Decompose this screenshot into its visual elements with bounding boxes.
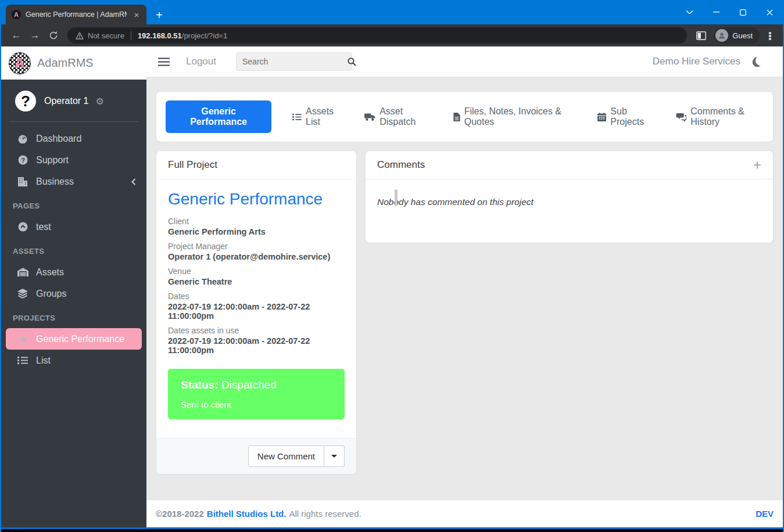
sidebar-item-dashboard[interactable]: Dashboard: [6, 128, 142, 149]
warning-icon: [76, 32, 84, 39]
scrollbar-thumb[interactable]: [395, 189, 398, 206]
help-icon: ?: [16, 155, 29, 165]
sidebar: A AdamRMS ? Operator 1 ⚙ Dashboard ?: [1, 46, 146, 527]
brand-header[interactable]: A AdamRMS: [1, 46, 146, 80]
tab-sub-projects[interactable]: Sub Projects: [597, 106, 655, 127]
layers-icon: [16, 289, 29, 299]
tab-title: Generic Performance | AdamRMS: [26, 10, 127, 19]
comments-empty-message: Nobody has commented on this project: [377, 197, 534, 207]
chevron-left-icon: [131, 178, 136, 185]
side-panel-icon[interactable]: [692, 27, 710, 44]
forward-icon[interactable]: →: [26, 27, 44, 44]
tab-label: Sub Projects: [610, 106, 655, 127]
menu-icon[interactable]: [158, 57, 170, 66]
sidebar-item-label: Support: [36, 155, 69, 166]
sidebar-divider: [9, 121, 138, 122]
tab-comments-history[interactable]: Comments & History: [676, 106, 764, 127]
minimize-icon[interactable]: [703, 0, 729, 24]
search-icon[interactable]: [348, 57, 356, 66]
tab-label: Files, Notes, Invoices & Quotes: [464, 106, 577, 127]
sidebar-item-label: List: [36, 355, 51, 366]
tab-close-icon[interactable]: ×: [131, 9, 142, 20]
project-title: Generic Performance: [168, 190, 345, 209]
refresh-icon[interactable]: [44, 27, 63, 44]
star-icon: ★: [16, 333, 29, 345]
sidebar-item-generic-performance[interactable]: ★ Generic Performance: [6, 328, 142, 350]
dev-link[interactable]: DEV: [756, 509, 774, 519]
project-tabs: Generic Performance Assets List Asset Di…: [156, 91, 774, 142]
tab-assets-list[interactable]: Assets List: [292, 106, 343, 127]
status-note: Sent to client: [181, 400, 332, 409]
rights-text: All rights reserved.: [289, 509, 361, 519]
file-icon: [453, 113, 460, 121]
comments-card-title: Comments: [377, 159, 425, 171]
warehouse-icon: [16, 268, 29, 276]
user-name: Operator 1: [44, 96, 88, 106]
search-box: [236, 52, 352, 71]
security-label[interactable]: Not secure: [88, 31, 124, 40]
profile-button[interactable]: Guest: [714, 27, 760, 44]
user-panel[interactable]: ? Operator 1 ⚙: [1, 80, 146, 121]
sidebar-item-groups[interactable]: Groups: [6, 283, 142, 304]
sidebar-item-test[interactable]: test: [6, 216, 142, 238]
new-comment-dropdown-button[interactable]: [324, 445, 345, 467]
comments-card: Comments + Nobody has commented on this …: [365, 150, 774, 243]
maximize-icon[interactable]: [729, 0, 756, 24]
tab-label: Asset Dispatch: [380, 106, 432, 127]
address-bar[interactable]: Not secure 192.168.0.51 /project/?id=1: [67, 27, 687, 44]
tab-asset-dispatch[interactable]: Asset Dispatch: [364, 106, 432, 127]
field-label: Dates: [168, 292, 345, 301]
instance-name[interactable]: Demo Hire Services: [653, 56, 740, 67]
list-ol-icon: [16, 356, 29, 365]
brand-name: AdamRMS: [37, 56, 94, 70]
dark-mode-moon-icon[interactable]: [755, 55, 766, 66]
comments-icon: [676, 113, 686, 121]
sidebar-item-label: test: [36, 222, 51, 232]
list-icon: [292, 113, 302, 121]
business-icon: [16, 177, 29, 186]
field-label: Venue: [168, 267, 345, 276]
browser-tab[interactable]: A Generic Performance | AdamRMS ×: [6, 5, 146, 24]
url-host: 192.168.0.51: [138, 31, 182, 40]
browser-titlebar: A Generic Performance | AdamRMS × +: [1, 0, 783, 24]
url-divider: [131, 31, 131, 40]
gear-icon[interactable]: ⚙: [95, 96, 103, 107]
field-value: 2022-07-19 12:00:00am - 2022-07-22 11:00…: [168, 336, 345, 355]
sidebar-item-support[interactable]: ? Support: [6, 149, 142, 171]
browser-menu-icon[interactable]: •••: [763, 31, 777, 40]
new-tab-button[interactable]: +: [156, 9, 163, 21]
new-comment-button[interactable]: New Comment: [248, 445, 324, 467]
arrow-up-circle-icon: [16, 222, 29, 232]
field-value: Operator 1 (operator@demohire.service): [168, 252, 345, 261]
user-question-avatar: ?: [15, 91, 36, 112]
url-path: /project/?id=1: [182, 31, 227, 40]
sidebar-item-label: Dashboard: [36, 134, 81, 144]
sidebar-item-assets[interactable]: Assets: [6, 261, 142, 283]
profile-label: Guest: [732, 31, 753, 40]
project-card-footer: New Comment: [156, 438, 356, 474]
field-label: Client: [168, 217, 345, 226]
back-icon[interactable]: ←: [7, 27, 26, 44]
sidebar-item-list[interactable]: List: [6, 350, 142, 371]
sidebar-item-label: Generic Performance: [36, 334, 124, 344]
caret-down-icon: [331, 455, 337, 458]
field-value: Generic Theatre: [168, 277, 345, 286]
section-projects: PROJECTS: [1, 307, 146, 326]
add-comment-plus-icon[interactable]: +: [753, 160, 761, 170]
logout-link[interactable]: Logout: [186, 56, 216, 67]
sidebar-item-business[interactable]: Business: [6, 171, 142, 192]
browser-window: A Generic Performance | AdamRMS × + ← →: [0, 0, 784, 532]
search-input[interactable]: [242, 57, 348, 66]
company-link[interactable]: Bithell Studios Ltd.: [207, 509, 287, 519]
search-tabs-icon[interactable]: [676, 0, 703, 24]
field-label: Project Manager: [168, 242, 345, 251]
close-window-icon[interactable]: [756, 0, 783, 24]
window-bottom-border: [1, 527, 783, 532]
svg-text:?: ?: [21, 157, 25, 164]
calendar-icon: [597, 113, 606, 121]
tab-files-notes[interactable]: Files, Notes, Invoices & Quotes: [453, 106, 577, 127]
project-card-title: Full Project: [156, 151, 356, 179]
page-content: Generic Performance Assets List Asset Di…: [146, 77, 783, 499]
tab-generic-performance[interactable]: Generic Performance: [166, 100, 271, 133]
sidebar-item-label: Groups: [36, 289, 66, 299]
